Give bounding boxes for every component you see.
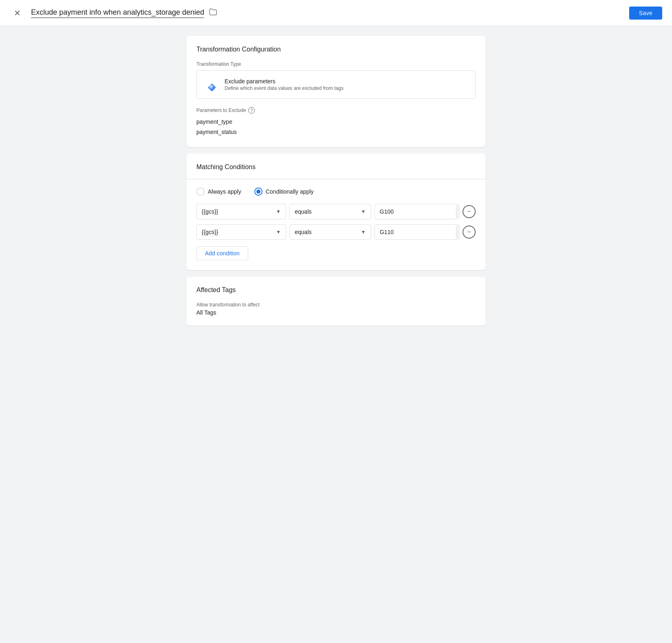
always-apply-label: Always apply bbox=[208, 188, 241, 195]
conditionally-apply-radio[interactable] bbox=[254, 188, 263, 196]
exclude-parameters-icon bbox=[203, 77, 218, 92]
affected-value: All Tags bbox=[196, 309, 476, 316]
param-value-1: payment_status bbox=[196, 127, 476, 137]
conditionally-apply-label: Conditionally apply bbox=[266, 188, 314, 195]
chevron-down-icon: ▼ bbox=[361, 209, 366, 214]
condition-var-select-0[interactable]: {{gcs}} ▼ bbox=[196, 204, 286, 219]
conditionally-apply-option[interactable]: Conditionally apply bbox=[254, 188, 314, 196]
transformation-type-box: Exclude parameters Define which event da… bbox=[196, 70, 476, 99]
condition-row-0: {{gcs}} ▼ equals ▼ bbox=[196, 204, 476, 219]
affected-tags-title: Affected Tags bbox=[196, 286, 476, 294]
header-title-container: Exclude payment info when analytics_stor… bbox=[31, 8, 623, 18]
condition-op-select-0[interactable]: equals ▼ bbox=[289, 204, 371, 219]
condition-var-select-1[interactable]: {{gcs}} ▼ bbox=[196, 224, 286, 240]
radio-group: Always apply Conditionally apply bbox=[196, 188, 476, 196]
always-apply-radio[interactable] bbox=[196, 188, 205, 196]
condition-value-icon-1[interactable] bbox=[456, 225, 459, 239]
transformation-config-card: Transformation Configuration Transformat… bbox=[187, 36, 485, 147]
transformation-config-title: Transformation Configuration bbox=[196, 46, 476, 53]
remove-condition-button-0[interactable]: − bbox=[463, 205, 476, 218]
header: ✕ Exclude payment info when analytics_st… bbox=[0, 0, 672, 26]
matching-conditions-title: Matching Conditions bbox=[196, 163, 476, 171]
close-button[interactable]: ✕ bbox=[10, 6, 24, 20]
transform-info: Exclude parameters Define which event da… bbox=[225, 78, 344, 91]
chevron-down-icon: ▼ bbox=[276, 209, 281, 214]
always-apply-option[interactable]: Always apply bbox=[196, 188, 241, 196]
condition-value-icon-0[interactable] bbox=[456, 205, 459, 218]
affected-tags-card: Affected Tags Allow transformation to af… bbox=[187, 277, 485, 326]
divider bbox=[187, 179, 485, 179]
help-icon[interactable]: ? bbox=[248, 107, 255, 114]
condition-value-input-1[interactable] bbox=[375, 225, 456, 239]
folder-icon[interactable] bbox=[209, 8, 217, 18]
save-button[interactable]: Save bbox=[629, 7, 662, 20]
matching-conditions-card: Matching Conditions Always apply Conditi… bbox=[187, 154, 485, 270]
condition-op-select-1[interactable]: equals ▼ bbox=[289, 224, 371, 240]
condition-row-1: {{gcs}} ▼ equals ▼ bbox=[196, 224, 476, 240]
affected-label: Allow transformation to affect bbox=[196, 302, 476, 308]
condition-value-input-0[interactable] bbox=[375, 204, 456, 219]
transform-name: Exclude parameters bbox=[225, 78, 344, 85]
params-label: Parameters to Exclude ? bbox=[196, 107, 476, 114]
param-value-0: payment_type bbox=[196, 117, 476, 127]
main-content: Transformation Configuration Transformat… bbox=[177, 26, 495, 335]
chevron-down-icon: ▼ bbox=[276, 229, 281, 235]
remove-condition-button-1[interactable]: − bbox=[463, 225, 476, 239]
chevron-down-icon: ▼ bbox=[361, 229, 366, 235]
add-condition-button[interactable]: Add condition bbox=[196, 246, 248, 260]
type-label: Transformation Type bbox=[196, 61, 476, 67]
transform-desc: Define which event data values are exclu… bbox=[225, 85, 344, 91]
params-list: payment_type payment_status bbox=[196, 117, 476, 137]
page-title: Exclude payment info when analytics_stor… bbox=[31, 8, 204, 18]
condition-value-container-0 bbox=[374, 204, 459, 219]
condition-value-container-1 bbox=[374, 224, 459, 240]
